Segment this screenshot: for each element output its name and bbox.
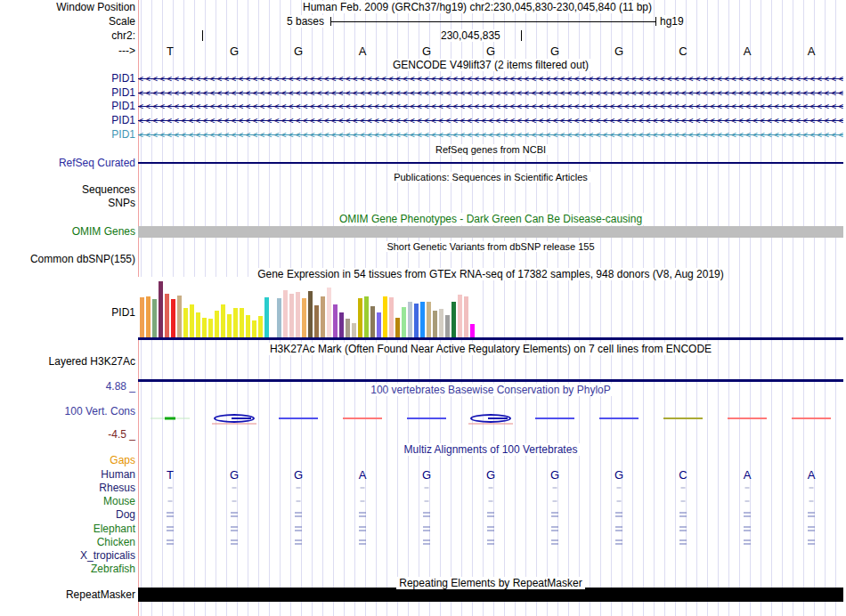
- gencode-gene-label[interactable]: PID1: [0, 72, 136, 85]
- multiz-align-double-dash: [808, 513, 815, 514]
- multiz-species-label-gaps[interactable]: Gaps: [0, 454, 136, 466]
- gtex-tissue-bar: [240, 308, 244, 337]
- multiz-align-double-dash: [423, 544, 430, 545]
- gtex-tissue-bar: [314, 305, 319, 337]
- conservation-track-title[interactable]: 100 vertebrates Basewise Conservation by…: [138, 384, 843, 396]
- dbsnp-track-title[interactable]: Short Genetic Variants from dbSNP releas…: [138, 241, 843, 252]
- genome-browser-image: Window Position Scale chr2: ---> Human F…: [0, 0, 846, 616]
- conservation-dash: [279, 417, 318, 419]
- gtex-tissue-bar: [221, 304, 225, 337]
- multiz-species-label-chicken[interactable]: Chicken: [0, 536, 136, 548]
- assembly-label: hg19: [660, 15, 684, 28]
- multiz-align-double-dash: [808, 527, 815, 528]
- multiz-align-dash: [489, 488, 493, 489]
- gencode-gene-line[interactable]: <<<<<<<<<<<<<<<<<<<<<<<<<<<<<<<<<<<<<<<<…: [138, 74, 843, 84]
- multiz-species-label-zebrafish[interactable]: Zebrafish: [0, 563, 136, 575]
- multiz-align-dash: [617, 488, 622, 489]
- multiz-species-label-x_tropicalis[interactable]: X_tropicalis: [0, 549, 136, 562]
- sequence-base: C: [679, 45, 687, 58]
- multiz-align-dash: [489, 501, 493, 502]
- gtex-tissue-bar: [283, 290, 288, 337]
- gtex-tissue-bar: [264, 297, 269, 337]
- conservation-label[interactable]: 100 Vert. Cons: [0, 405, 136, 417]
- multiz-align-double-dash: [359, 544, 366, 545]
- multiz-align-dash: [425, 501, 429, 502]
- gtex-tissue-bar: [233, 308, 238, 337]
- multiz-species-label-elephant[interactable]: Elephant: [0, 523, 136, 535]
- refseq-gene-line[interactable]: [138, 162, 843, 164]
- multiz-align-dash: [297, 488, 301, 489]
- multiz-align-double-dash: [744, 540, 751, 541]
- multiz-align-double-dash: [423, 540, 430, 541]
- scale-label: Scale: [0, 15, 136, 28]
- gtex-tissue-bar: [152, 299, 157, 337]
- omim-genes-label[interactable]: OMIM Genes: [0, 225, 136, 238]
- refseq-track-title[interactable]: RefSeq genes from NCBI: [138, 144, 843, 155]
- gtex-tissue-bar: [146, 296, 150, 337]
- gtex-tissue-bar: [427, 302, 431, 337]
- multiz-align-double-dash: [231, 540, 238, 541]
- multiz-align-dash: [745, 501, 750, 502]
- gencode-gene-line[interactable]: <<<<<<<<<<<<<<<<<<<<<<<<<<<<<<<<<<<<<<<<…: [138, 101, 843, 111]
- snps-label[interactable]: SNPs: [0, 197, 136, 209]
- layered-h3k27ac-label[interactable]: Layered H3K27Ac: [0, 355, 136, 368]
- gtex-track-title[interactable]: Gene Expression in 54 tissues from GTEx …: [138, 268, 843, 280]
- multiz-align-double-dash: [615, 513, 622, 514]
- gencode-gene-line[interactable]: <<<<<<<<<<<<<<<<<<<<<<<<<<<<<<<<<<<<<<<<…: [138, 88, 843, 98]
- repeatmasker-label[interactable]: RepeatMasker: [0, 588, 136, 601]
- gencode-gene-label[interactable]: PID1: [0, 100, 136, 112]
- repeatmasker-bar[interactable]: [138, 588, 843, 602]
- multiz-species-label-rhesus[interactable]: Rhesus: [0, 482, 136, 494]
- multiz-align-double-dash: [744, 531, 751, 531]
- multiz-align-double-dash: [551, 516, 558, 517]
- h3k27ac-track-title[interactable]: H3K27Ac Mark (Often Found Near Active Re…: [138, 343, 843, 355]
- gtex-tissue-bar: [190, 304, 194, 337]
- multiz-align-double-dash: [679, 527, 687, 528]
- multiz-align-dash: [425, 488, 429, 489]
- gencode-gene-label[interactable]: PID1: [0, 86, 136, 99]
- gtex-tissue-bar: [140, 297, 144, 337]
- gtex-gene-label[interactable]: PID1: [0, 306, 136, 319]
- multiz-align-dash: [232, 501, 237, 502]
- multiz-align-double-dash: [679, 544, 687, 545]
- multiz-align-double-dash: [551, 531, 558, 531]
- gtex-tissue-bar: [333, 304, 338, 337]
- multiz-align-double-dash: [295, 516, 302, 517]
- gencode-gene-label[interactable]: PID1: [0, 128, 136, 141]
- multiz-track-title[interactable]: Multiz Alignments of 100 Vertebrates: [138, 443, 843, 456]
- gtex-tissue-bar: [470, 324, 475, 337]
- conservation-ellipse-mid: [488, 417, 508, 419]
- gencode-gene-line[interactable]: <<<<<<<<<<<<<<<<<<<<<<<<<<<<<<<<<<<<<<<<…: [138, 130, 843, 140]
- conservation-dash: [407, 417, 446, 419]
- multiz-species-label-human[interactable]: Human: [0, 468, 136, 481]
- refseq-curated-label[interactable]: RefSeq Curated: [0, 157, 136, 169]
- multiz-align-double-dash: [487, 544, 494, 545]
- omim-track-title[interactable]: OMIM Gene Phenotypes - Dark Green Can Be…: [138, 213, 843, 225]
- common-dbsnp-label[interactable]: Common dbSNP(155): [0, 253, 136, 265]
- conservation-dash: [792, 417, 831, 419]
- multiz-human-base: A: [359, 468, 367, 482]
- h3k27ac-dense-bar[interactable]: [138, 379, 843, 382]
- gencode-gene-label[interactable]: PID1: [0, 114, 136, 126]
- gencode-gene-line[interactable]: <<<<<<<<<<<<<<<<<<<<<<<<<<<<<<<<<<<<<<<<…: [138, 116, 843, 126]
- chrom-label: chr2:: [0, 29, 136, 42]
- multiz-species-label-dog[interactable]: Dog: [0, 508, 136, 521]
- conservation-dash-green: [165, 417, 175, 420]
- gtex-tissue-bar: [458, 295, 462, 337]
- window-position-label: Window Position: [0, 1, 136, 13]
- gtex-chart-background: [138, 277, 476, 337]
- omim-gene-bar[interactable]: [138, 226, 843, 238]
- multiz-align-dash: [297, 501, 301, 502]
- multiz-align-double-dash: [551, 513, 558, 514]
- gencode-track-title[interactable]: GENCODE V49lift37 (2 items filtered out): [138, 59, 843, 71]
- multiz-align-double-dash: [359, 516, 366, 517]
- multiz-align-dash: [681, 488, 686, 489]
- sequence-base: A: [808, 45, 816, 58]
- repeatmasker-track-title[interactable]: Repeating Elements by RepeatMasker: [138, 577, 843, 589]
- sequences-label[interactable]: Sequences: [0, 183, 136, 196]
- gtex-tissue-bar: [327, 288, 331, 337]
- multiz-species-label-mouse[interactable]: Mouse: [0, 495, 136, 507]
- multiz-align-dash: [809, 488, 814, 489]
- publications-track-title[interactable]: Publications: Sequences in Scientific Ar…: [138, 172, 843, 182]
- scale-bar: [330, 17, 656, 26]
